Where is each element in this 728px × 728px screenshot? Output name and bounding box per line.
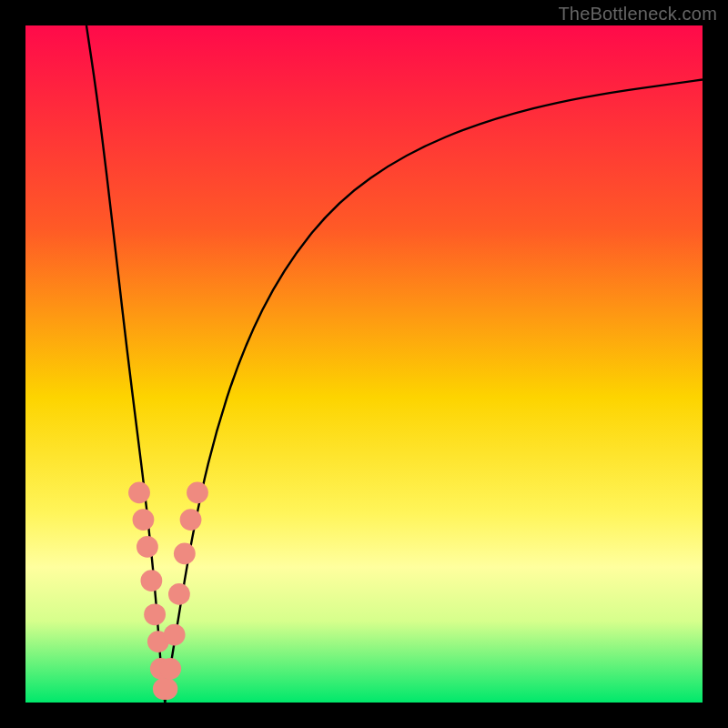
marker-dot <box>157 678 178 700</box>
watermark-text: TheBottleneck.com <box>558 4 717 25</box>
marker-dot <box>174 542 196 564</box>
marker-dot <box>128 481 150 503</box>
marker-dot <box>140 570 162 592</box>
marker-dot <box>180 509 202 531</box>
plot-area <box>25 25 703 703</box>
marker-dot <box>144 603 166 625</box>
chart-frame: TheBottleneck.com <box>0 0 728 728</box>
heat-gradient-background <box>25 25 703 703</box>
marker-dot <box>164 624 186 646</box>
marker-dot <box>159 658 181 680</box>
marker-dot <box>168 583 190 605</box>
marker-dot <box>133 509 155 531</box>
marker-dot <box>187 481 208 503</box>
chart-svg <box>25 25 703 703</box>
marker-dot <box>136 536 158 558</box>
